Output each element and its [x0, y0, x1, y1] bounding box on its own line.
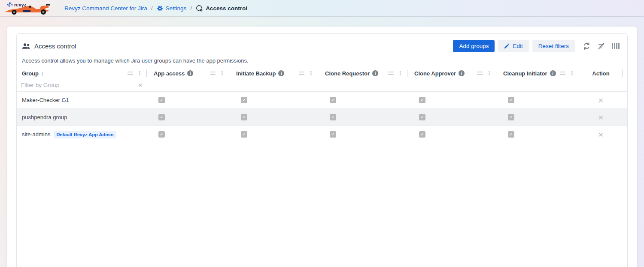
group-name: site-admins	[22, 131, 50, 138]
sort-ascending-icon	[41, 70, 44, 77]
checkbox-clone-approver[interactable]	[419, 97, 425, 103]
filter-row	[17, 79, 627, 92]
access-control-panel: Access control Add groups Edit Reset fil…	[16, 33, 628, 267]
column-separator	[622, 70, 623, 77]
default-admin-badge: Default Revyz App Admin	[54, 131, 116, 138]
breadcrumb-app-link[interactable]: Revyz Command Center for Jira	[64, 5, 147, 12]
reset-filters-button[interactable]: Reset filters	[532, 40, 575, 52]
revyz-logo[interactable]: revyz	[4, 1, 54, 15]
column-resize-handle[interactable]	[388, 72, 394, 75]
table-row: Maker-Checker G1	[17, 92, 627, 109]
page-description: Access control allows you to manage whic…	[17, 52, 627, 64]
column-menu-icon[interactable]	[398, 71, 403, 76]
column-label: App access	[154, 70, 185, 77]
breadcrumb: Revyz Command Center for Jira / Settings…	[64, 5, 247, 12]
top-navigation-bar: revyz Revyz Command Center for Jira /	[0, 0, 644, 16]
remove-group-icon[interactable]	[598, 96, 603, 105]
column-label: Clone Requestor	[325, 70, 370, 77]
filter-off-icon[interactable]	[597, 42, 605, 50]
svg-text:revyz: revyz	[14, 2, 27, 7]
edit-button-label: Edit	[513, 43, 522, 49]
main-card: Access control Add groups Edit Reset fil…	[7, 27, 637, 267]
info-icon[interactable]	[550, 70, 556, 76]
checkbox-clone-approver[interactable]	[419, 114, 425, 120]
checkbox-clone-approver[interactable]	[419, 131, 425, 138]
column-header-initiate-backup[interactable]: Initiate Backup	[229, 67, 318, 79]
clear-filter-icon[interactable]	[137, 81, 143, 89]
group-filter-input[interactable]	[21, 82, 137, 88]
table-row: pushpendra group	[17, 109, 627, 126]
checkbox-app-access[interactable]	[158, 131, 165, 138]
toolbar: Add groups Edit Reset filters	[453, 40, 621, 52]
breadcrumb-separator: /	[190, 5, 192, 12]
page-title: Access control	[22, 42, 76, 50]
breadcrumb-settings-link[interactable]: Settings	[166, 5, 187, 12]
page-title-label: Access control	[34, 42, 76, 50]
revyz-racecar-icon: revyz	[4, 1, 54, 15]
info-icon[interactable]	[372, 70, 378, 76]
pencil-icon	[504, 43, 510, 49]
info-icon[interactable]	[459, 70, 465, 76]
checkbox-initiate-backup[interactable]	[241, 114, 247, 120]
checkbox-initiate-backup[interactable]	[241, 131, 247, 138]
breadcrumb-separator: /	[151, 5, 153, 12]
access-control-icon	[196, 5, 203, 12]
checkbox-app-access[interactable]	[158, 114, 165, 120]
gear-icon	[157, 5, 163, 12]
column-header-group[interactable]: Group	[17, 67, 147, 79]
column-header-action: Action	[579, 67, 623, 79]
group-name: pushpendra group	[22, 114, 67, 120]
table-tool-icons	[583, 42, 620, 50]
column-resize-handle[interactable]	[210, 72, 216, 75]
column-label: Initiate Backup	[236, 70, 276, 77]
checkbox-clone-requestor[interactable]	[330, 114, 336, 120]
column-header-cleanup-initiator[interactable]: Cleanup Initiator	[496, 67, 579, 79]
column-label: Group	[22, 70, 39, 77]
group-people-icon	[22, 43, 30, 49]
column-menu-icon[interactable]	[308, 71, 314, 76]
remove-group-icon[interactable]	[598, 113, 603, 122]
info-icon[interactable]	[278, 70, 284, 76]
column-label: Cleanup Initiator	[503, 70, 547, 77]
checkbox-cleanup-initiator[interactable]	[508, 114, 514, 120]
add-groups-button[interactable]: Add groups	[453, 40, 495, 52]
checkbox-cleanup-initiator[interactable]	[508, 131, 514, 138]
edit-button[interactable]: Edit	[498, 40, 529, 52]
column-header-clone-requestor[interactable]: Clone Requestor	[318, 67, 407, 79]
breadcrumb-current-page: Access control	[206, 5, 247, 12]
column-resize-handle[interactable]	[128, 72, 133, 75]
column-resize-handle[interactable]	[477, 72, 483, 75]
checkbox-clone-requestor[interactable]	[330, 131, 336, 138]
column-resize-handle[interactable]	[299, 72, 304, 75]
checkbox-initiate-backup[interactable]	[241, 97, 247, 103]
column-label: Clone Approver	[414, 70, 456, 77]
checkbox-app-access[interactable]	[158, 97, 165, 103]
columns-icon[interactable]	[612, 43, 620, 49]
column-header-clone-approver[interactable]: Clone Approver	[407, 67, 496, 79]
access-control-table: Group App access	[17, 67, 627, 143]
remove-group-icon[interactable]	[598, 130, 603, 139]
column-menu-icon[interactable]	[569, 71, 575, 76]
table-header-row: Group App access	[17, 67, 627, 79]
refresh-icon[interactable]	[583, 42, 591, 50]
checkbox-cleanup-initiator[interactable]	[508, 97, 514, 103]
column-label: Action	[592, 70, 609, 77]
column-menu-icon[interactable]	[137, 71, 143, 76]
panel-header: Access control Add groups Edit Reset fil…	[17, 34, 627, 52]
checkbox-clone-requestor[interactable]	[330, 97, 336, 103]
table-row: site-admins Default Revyz App Admin	[17, 126, 627, 143]
column-resize-handle[interactable]	[560, 72, 565, 75]
column-header-app-access[interactable]: App access	[147, 67, 229, 79]
info-icon[interactable]	[187, 70, 193, 76]
column-menu-icon[interactable]	[219, 71, 225, 76]
group-name: Maker-Checker G1	[22, 97, 69, 103]
column-menu-icon[interactable]	[486, 71, 492, 76]
